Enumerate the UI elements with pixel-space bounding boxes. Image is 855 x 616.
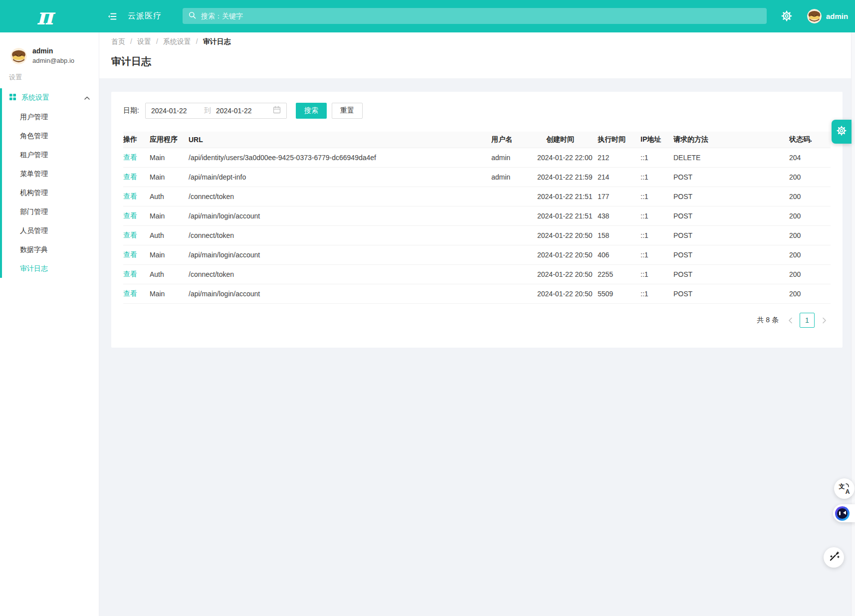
table-body: 查看Main/api/identity/users/3a0d00ee-9425-…	[123, 148, 831, 304]
breadcrumb-item-0[interactable]: 首页	[111, 36, 125, 46]
view-log-link-1[interactable]: 查看	[123, 173, 137, 181]
table-row-6: 查看Auth/connect/token2024-01-22 20:502255…	[123, 265, 831, 284]
sidebar-item-4[interactable]: 机构管理	[0, 183, 99, 202]
table-row-0: 查看Main/api/identity/users/3a0d00ee-9425-…	[123, 148, 831, 168]
sidebar-avatar[interactable]	[10, 48, 27, 64]
pagination-page-1[interactable]: 1	[800, 313, 815, 328]
sidebar-item-3[interactable]: 菜单管理	[0, 164, 99, 183]
cell-duration: 406	[598, 245, 641, 265]
cell-user	[491, 265, 537, 284]
cell-duration: 177	[598, 187, 641, 206]
logo-pi-glyph: π	[36, 5, 53, 28]
app-logo: π	[0, 0, 90, 32]
app-root: π 云派医疗	[0, 0, 855, 616]
search-button[interactable]: 搜索	[296, 103, 327, 119]
view-log-link-3[interactable]: 查看	[123, 211, 137, 219]
ai-assistant-button[interactable]	[833, 504, 855, 522]
header-avatar[interactable]	[807, 9, 822, 23]
table-header-row: 操作应用程序URL用户名创建时间执行时间IP地址请求的方法状态码.	[123, 132, 831, 148]
magic-wand-button[interactable]	[824, 547, 844, 568]
sidebar-submenu: 用户管理角色管理租户管理菜单管理机构管理部门管理人员管理数据字典审计日志	[0, 107, 99, 278]
cell-created: 2024-01-22 21:51	[537, 187, 598, 206]
sidebar-item-2[interactable]: 租户管理	[0, 145, 99, 164]
cell-url: /connect/token	[189, 226, 491, 245]
cell-url: /connect/token	[189, 187, 491, 206]
cell-user: admin	[491, 148, 537, 168]
cell-created: 2024-01-22 21:51	[537, 206, 598, 226]
date-start-value[interactable]: 2024-01-22	[151, 107, 199, 115]
date-end-value[interactable]: 2024-01-22	[216, 107, 273, 115]
active-menu-indicator	[0, 88, 2, 278]
table-row-4: 查看Auth/connect/token2024-01-22 20:50158:…	[123, 226, 831, 245]
cell-url: /api/main/dept-info	[189, 168, 491, 187]
column-header-2: URL	[189, 132, 491, 148]
cell-created: 2024-01-22 20:50	[537, 226, 598, 245]
pagination-total: 共 8 条	[757, 316, 779, 325]
cell-ip: ::1	[641, 284, 673, 304]
cell-status: 204	[789, 148, 831, 168]
magic-wand-icon	[829, 551, 840, 564]
cell-duration: 158	[598, 226, 641, 245]
menu-fold-icon[interactable]	[108, 12, 117, 21]
chevron-right-icon[interactable]	[818, 314, 831, 327]
cell-status: 200	[789, 265, 831, 284]
view-log-link-7[interactable]: 查看	[123, 289, 137, 297]
table-row-3: 查看Main/api/main/login/account2024-01-22 …	[123, 206, 831, 226]
cell-app: Main	[150, 206, 189, 226]
app-title: 云派医疗	[128, 0, 162, 32]
scrollbar[interactable]	[851, 32, 855, 616]
breadcrumb-item-2[interactable]: 系统设置	[163, 36, 191, 46]
cell-method: POST	[673, 245, 789, 265]
search-input[interactable]	[200, 11, 761, 20]
cell-created: 2024-01-22 20:50	[537, 265, 598, 284]
column-header-1: 应用程序	[150, 132, 189, 148]
cell-user: admin	[491, 168, 537, 187]
sidebar-section-label: 设置	[9, 73, 99, 82]
header-username[interactable]: admin	[826, 0, 848, 32]
chevron-left-icon[interactable]	[784, 314, 797, 327]
breadcrumb-item-1[interactable]: 设置	[137, 36, 151, 46]
cell-url: /api/main/login/account	[189, 206, 491, 226]
date-range-picker[interactable]: 2024-01-22 到 2024-01-22	[145, 103, 287, 119]
sidebar-item-1[interactable]: 角色管理	[0, 126, 99, 145]
view-log-link-4[interactable]: 查看	[123, 231, 137, 239]
audit-log-card: 日期: 2024-01-22 到 2024-01-22 搜索	[111, 92, 843, 348]
view-log-link-2[interactable]: 查看	[123, 192, 137, 200]
main-content: 首页/设置/系统设置/审计日志 审计日志 日期: 2024-01-22 到 20…	[99, 32, 855, 616]
chevron-up-icon	[84, 93, 90, 102]
audit-log-table: 操作应用程序URL用户名创建时间执行时间IP地址请求的方法状态码. 查看Main…	[123, 132, 831, 304]
cell-status: 200	[789, 206, 831, 226]
translate-button[interactable]: 文A	[834, 478, 855, 499]
search-icon	[189, 11, 196, 21]
filter-bar: 日期: 2024-01-22 到 2024-01-22 搜索	[123, 103, 831, 119]
view-log-link-6[interactable]: 查看	[123, 270, 137, 278]
cell-ip: ::1	[641, 226, 673, 245]
reset-button[interactable]: 重置	[332, 103, 363, 119]
sidebar-group-system-settings[interactable]: 系统设置	[0, 88, 99, 107]
header-gear-icon[interactable]	[781, 10, 793, 22]
sidebar-item-0[interactable]: 用户管理	[0, 107, 99, 126]
cell-method: POST	[673, 206, 789, 226]
column-header-6: IP地址	[641, 132, 673, 148]
date-filter-label: 日期:	[123, 106, 139, 115]
cell-created: 2024-01-22 20:50	[537, 245, 598, 265]
sidebar-item-6[interactable]: 人员管理	[0, 221, 99, 240]
column-header-8: 状态码.	[789, 132, 831, 148]
sidebar-item-7[interactable]: 数据字典	[0, 240, 99, 259]
sidebar-item-5[interactable]: 部门管理	[0, 202, 99, 221]
view-log-link-0[interactable]: 查看	[123, 153, 137, 161]
cell-url: /api/identity/users/3a0d00ee-9425-0373-6…	[189, 148, 491, 168]
cell-method: POST	[673, 187, 789, 206]
cell-created: 2024-01-22 22:00	[537, 148, 598, 168]
sidebar-item-8[interactable]: 审计日志	[0, 259, 99, 278]
cell-ip: ::1	[641, 187, 673, 206]
cell-ip: ::1	[641, 206, 673, 226]
sidebar-user-block: admin admin@abp.io	[0, 32, 99, 65]
theme-settings-drawer-button[interactable]	[832, 120, 852, 144]
appstore-grid-icon	[9, 93, 16, 103]
view-log-link-5[interactable]: 查看	[123, 250, 137, 258]
header-search[interactable]	[183, 8, 767, 24]
cell-user	[491, 245, 537, 265]
breadcrumb-separator: /	[130, 36, 132, 46]
cell-app: Main	[150, 148, 189, 168]
